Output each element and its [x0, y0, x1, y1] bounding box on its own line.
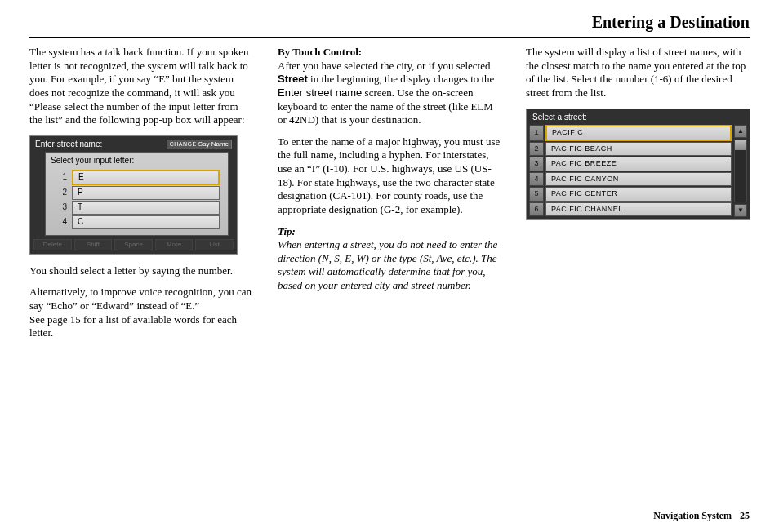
screen1-row-number: 2 [49, 188, 72, 198]
screen1-row-number: 1 [49, 172, 72, 183]
screen1-popup-title: Select your input letter: [49, 154, 225, 170]
footer-page-number: 25 [740, 510, 750, 522]
screen1-top-label: Enter street name: [35, 140, 102, 150]
screen1-bottom-button[interactable]: More [155, 239, 194, 250]
col2-tip-label: Tip: [278, 225, 296, 237]
scroll-up-icon[interactable]: ▲ [734, 125, 747, 138]
screen2-row-value[interactable]: PACIFIC BREEZE [545, 157, 732, 171]
screen2-row[interactable]: 5PACIFIC CENTER [529, 187, 732, 202]
screen2-row-value[interactable]: PACIFIC BEACH [545, 142, 732, 157]
screen1-change-text: CHANGE [170, 141, 197, 149]
screen2-row-value[interactable]: PACIFIC CENTER [545, 187, 732, 202]
col3-p1: The system will display a list of street… [526, 46, 750, 100]
screen1-popup: Select your input letter: 1E2P3T4C [45, 152, 229, 236]
screen2-scrollbar: ▲ ▼ [734, 125, 747, 217]
screen1-bottom-buttons: DeleteShiftSpaceMoreList [33, 239, 234, 250]
col2-tip: Tip: When entering a street, you do not … [278, 225, 501, 293]
scroll-thumb[interactable] [735, 140, 746, 150]
screen2-row-number: 6 [529, 202, 544, 217]
screen1-say-text: Say Name [198, 140, 229, 149]
col1-after-image: You should select a letter by saying the… [29, 264, 253, 278]
screen1-bottom-button[interactable]: Space [114, 239, 153, 250]
screen1-row-value[interactable]: T [72, 201, 220, 215]
screen2-row-value[interactable]: PACIFIC CHANNEL [545, 202, 732, 217]
screen1-row-number: 3 [49, 202, 72, 213]
col-1: The system has a talk back function. If … [29, 46, 253, 507]
col-2: By Touch Control: After you have selecte… [278, 46, 501, 507]
col2-p1c: in the beginning, the display changes to… [308, 73, 495, 85]
header-rule [29, 37, 750, 38]
screen1-bottom-button[interactable]: Shift [74, 239, 113, 250]
screen2-row-number: 3 [529, 157, 544, 171]
screen2-row[interactable]: 2PACIFIC BEACH [529, 142, 732, 157]
screen-input-letter: Enter street name: CHANGE Say Name Selec… [29, 135, 238, 255]
col2-p2: To enter the name of a major highway, yo… [278, 135, 501, 217]
screen1-row[interactable]: 1E [49, 170, 225, 185]
col-3: The system will display a list of street… [526, 46, 750, 507]
screen1-row[interactable]: 4C [49, 215, 225, 229]
screen1-row-number: 4 [49, 217, 72, 228]
scroll-down-icon[interactable]: ▼ [734, 204, 747, 217]
screen2-row-number: 4 [529, 172, 544, 187]
screen-select-street: Select a street: 1PACIFIC2PACIFIC BEACH3… [526, 109, 750, 221]
screen2-row-number: 5 [529, 187, 544, 202]
screen2-row[interactable]: 6PACIFIC CHANNEL [529, 202, 732, 217]
screen1-bottom-button[interactable]: Delete [33, 239, 72, 250]
footer-label: Navigation System [653, 510, 732, 522]
screen1-row-value[interactable]: C [72, 215, 220, 229]
screen1-row[interactable]: 2P [49, 186, 225, 200]
screen2-row-number: 2 [529, 142, 544, 157]
screen2-row[interactable]: 1PACIFIC [529, 125, 732, 141]
screen2-row-number: 1 [529, 125, 544, 141]
col2-touch-para: By Touch Control: After you have selecte… [278, 46, 501, 127]
screen1-bottom-button[interactable]: List [195, 239, 234, 250]
page-footer: Navigation System 25 [29, 507, 750, 522]
page-title: Entering a Destination [29, 13, 750, 32]
col2-p1a: After you have selected the city, or if … [278, 60, 491, 72]
columns: The system has a talk back function. If … [29, 46, 750, 507]
col2-tip-body: When entering a street, you do not need … [278, 238, 497, 291]
col2-heading: By Touch Control: [278, 46, 362, 58]
screen1-row-value[interactable]: E [72, 170, 220, 185]
screen2-title: Select a street: [529, 112, 747, 126]
screen2-row[interactable]: 4PACIFIC CANYON [529, 172, 732, 187]
col2-p1d: Enter street name [278, 86, 362, 99]
scroll-track[interactable] [734, 140, 747, 202]
col2-p1b: Street [278, 73, 308, 85]
col1-intro: The system has a talk back function. If … [29, 46, 253, 127]
col1-alt-para: Alternatively, to improve voice recognit… [29, 286, 253, 340]
screen2-row-value[interactable]: PACIFIC [545, 125, 732, 141]
screen1-say-name-pill: CHANGE Say Name [167, 140, 232, 149]
screen2-row-value[interactable]: PACIFIC CANYON [545, 172, 732, 187]
screen1-row[interactable]: 3T [49, 201, 225, 215]
screen2-row[interactable]: 3PACIFIC BREEZE [529, 157, 732, 171]
screen2-list: 1PACIFIC2PACIFIC BEACH3PACIFIC BREEZE4PA… [529, 125, 732, 217]
screen1-row-value[interactable]: P [72, 186, 220, 200]
